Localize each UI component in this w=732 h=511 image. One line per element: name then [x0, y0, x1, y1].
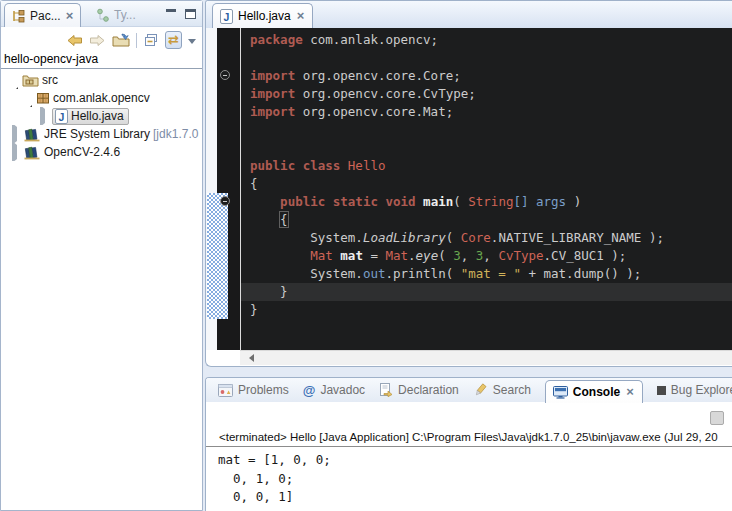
expanded-arrow-icon[interactable] — [25, 91, 32, 107]
tree-item-com.anlak.opencv[interactable]: com.anlak.opencv — [1, 89, 202, 107]
collapsed-arrow-icon[interactable] — [40, 107, 49, 125]
project-root-label[interactable]: hello-opencv-java — [1, 51, 202, 69]
view-tab-problems[interactable]: Problems — [218, 383, 289, 397]
package-explorer-toolbar: ⇄ — [1, 29, 202, 51]
maximize-icon[interactable] — [185, 9, 196, 19]
console-status-line: <terminated> Hello [Java Application] C:… — [206, 429, 732, 447]
code-line[interactable]: System.out.println( "mat = " + mat.dump(… — [250, 265, 732, 283]
view-tab-javadoc[interactable]: @Javadoc — [303, 383, 365, 397]
view-tab-label: Declaration — [398, 383, 459, 397]
code-line[interactable]: import org.opencv.core.Mat; — [250, 103, 732, 121]
back-icon — [66, 34, 83, 47]
console-output-line: 0, 0, 1] — [218, 488, 732, 507]
view-tab-pac[interactable]: Pac...× — [4, 3, 81, 27]
minimize-icon[interactable] — [166, 9, 176, 17]
code-line[interactable]: public static void main( String[] args ) — [250, 193, 732, 211]
project-tree: srccom.anlak.opencvJHello.javaJRE System… — [1, 69, 202, 161]
console-output[interactable]: mat = [1, 0, 0; 0, 1, 0; 0, 0, 1] — [206, 447, 732, 507]
view-tab-label: Problems — [238, 383, 289, 397]
tree-item-suffix: [jdk1.7.0 — [153, 127, 198, 141]
editor-tab-label: Hello.java — [238, 9, 291, 23]
type-hierarchy-icon — [96, 8, 110, 22]
editor-tab-hello-java[interactable]: J Hello.java × — [212, 3, 313, 28]
package-icon — [36, 91, 50, 105]
tree-item-opencv-2.4.6[interactable]: OpenCV-2.4.6 — [1, 143, 202, 161]
close-icon[interactable]: × — [625, 386, 635, 398]
view-tab-search[interactable]: Search — [473, 383, 531, 397]
link-with-editor-icon: ⇄ — [168, 33, 179, 47]
up-button[interactable] — [112, 31, 130, 49]
fold-collapse-icon[interactable] — [220, 70, 230, 80]
view-tab-console[interactable]: Console× — [545, 380, 643, 403]
collapse-all-button[interactable] — [143, 31, 159, 49]
back-button[interactable] — [66, 31, 83, 49]
tree-item-src[interactable]: src — [1, 71, 202, 89]
scroll-left-icon[interactable] — [245, 354, 254, 362]
close-icon[interactable]: × — [296, 10, 306, 22]
fold-collapse-icon[interactable] — [220, 196, 230, 206]
view-tab-label: Pac... — [30, 9, 61, 23]
tree-item-jre-system-library[interactable]: JRE System Library [jdk1.7.0 — [1, 125, 202, 143]
tree-item-label: Hello.java — [71, 109, 124, 123]
view-tab-declaration[interactable]: Declaration — [379, 383, 459, 397]
code-line[interactable]: { — [250, 175, 732, 193]
svg-text:J: J — [59, 110, 65, 122]
view-tab-label: Bug Explorer — [671, 383, 732, 397]
java-file-icon: J — [55, 109, 68, 124]
package-explorer-icon — [11, 9, 26, 23]
view-tab-label: Javadoc — [320, 383, 365, 397]
view-tab-label: Search — [493, 383, 531, 397]
collapsed-arrow-icon[interactable] — [12, 125, 21, 143]
editor-tabbar: J Hello.java × — [206, 1, 732, 28]
view-menu-button[interactable] — [188, 31, 196, 49]
library-icon — [24, 127, 41, 142]
console-output-line: mat = [1, 0, 0; — [218, 451, 732, 470]
code-line[interactable]: Mat mat = Mat.eye( 3, 3, CvType.CV_8UC1 … — [250, 247, 732, 265]
svg-text:J: J — [224, 10, 230, 22]
tree-item-hello.java[interactable]: JHello.java — [1, 107, 202, 125]
code-line[interactable] — [250, 139, 732, 157]
link-with-editor-button[interactable]: ⇄ — [165, 31, 182, 49]
collapsed-arrow-icon[interactable] — [12, 143, 21, 161]
view-menu-icon — [188, 37, 196, 44]
code-line[interactable]: } — [250, 283, 732, 301]
expanded-arrow-icon[interactable] — [11, 73, 18, 89]
up-icon — [112, 33, 130, 47]
close-icon[interactable]: × — [65, 10, 75, 22]
tree-item-label: src — [42, 73, 58, 87]
declaration-icon — [379, 383, 393, 397]
editor-horizontal-scrollbar[interactable] — [240, 350, 732, 365]
code-line[interactable]: import org.opencv.core.Core; — [250, 67, 732, 85]
code-line[interactable]: } — [250, 301, 732, 319]
code-line[interactable] — [250, 49, 732, 67]
javadoc-icon: @ — [303, 384, 316, 397]
view-tab-label: Console — [573, 385, 620, 399]
code-line[interactable]: { — [250, 211, 732, 229]
selected-tree-item[interactable]: JHello.java — [52, 108, 129, 125]
view-tab-bug-explorer[interactable]: Bug Explorer — [657, 383, 732, 397]
code-area[interactable]: package com.anlak.opencv;import org.open… — [241, 28, 732, 350]
tree-item-label: com.anlak.opencv — [53, 91, 150, 105]
code-line[interactable] — [250, 121, 732, 139]
search-icon — [473, 383, 488, 397]
forward-button[interactable] — [89, 31, 106, 49]
code-line[interactable]: System.LoadLibrary( Core.NATIVE_LIBRARY_… — [250, 229, 732, 247]
code-line[interactable]: public class Hello — [250, 157, 732, 175]
console-icon — [553, 386, 568, 399]
editor-pane: J Hello.java × package com.anlak.opencv;… — [205, 0, 732, 367]
problems-icon — [218, 384, 233, 397]
code-line[interactable]: package com.anlak.opencv; — [250, 31, 732, 49]
left-panel-tabbar: Pac...×Ty... — [1, 1, 202, 27]
code-line[interactable]: import org.opencv.core.CvType; — [250, 85, 732, 103]
editor-body[interactable]: package com.anlak.opencv;import org.open… — [206, 28, 732, 350]
tree-item-label: JRE System Library — [44, 127, 150, 141]
console-toolbar-button[interactable] — [710, 411, 724, 425]
console-output-line: 0, 1, 0; — [218, 470, 732, 489]
collapse-all-icon — [143, 33, 159, 47]
view-tab-ty[interactable]: Ty... — [90, 3, 142, 27]
toolbar-separator — [136, 33, 137, 48]
bottom-panel-tabbar: Problems@JavadocDeclarationSearchConsole… — [206, 378, 732, 402]
source-folder-icon — [22, 73, 39, 87]
console-view: Problems@JavadocDeclarationSearchConsole… — [205, 377, 732, 511]
view-tab-label: Ty... — [114, 8, 136, 22]
